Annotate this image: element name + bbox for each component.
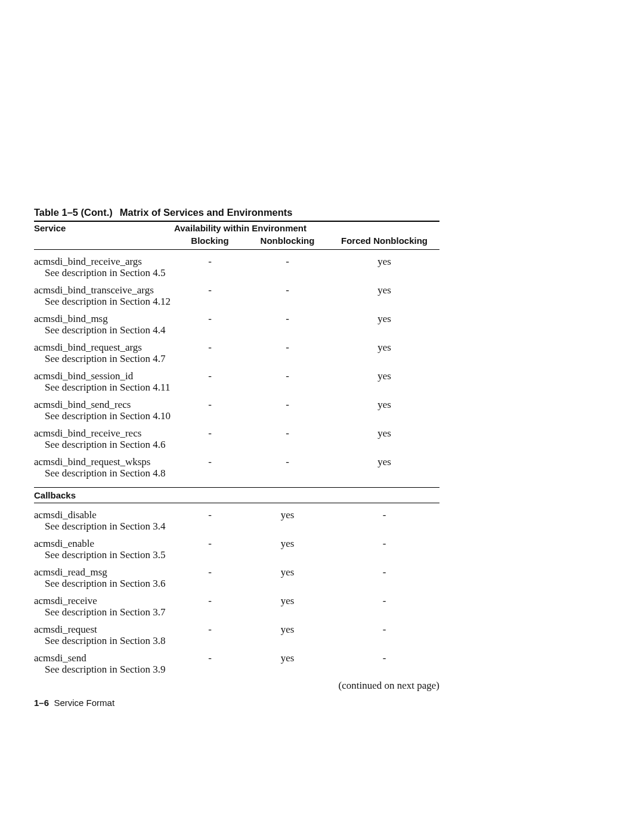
- cell-nonblocking: -: [246, 456, 329, 467]
- table-row: acmsdi_bind_session_idSee description in…: [34, 370, 439, 393]
- cell-blocking: -: [174, 370, 246, 382]
- continued-note: (continued on next page): [34, 680, 439, 692]
- service-name: acmsdi_enable: [34, 538, 174, 549]
- service-name: acmsdi_read_msg: [34, 566, 174, 578]
- cell-blocking: -: [174, 456, 246, 467]
- cell-nonblocking: -: [246, 399, 329, 410]
- page-number: 1–6: [34, 698, 49, 708]
- cell-nonblocking: yes: [246, 652, 329, 664]
- header-forced: Forced Nonblocking: [329, 236, 439, 246]
- cell-forced: yes: [329, 399, 439, 410]
- table-row: acmsdi_sendSee description in Section 3.…: [34, 652, 439, 675]
- table-title-main: Matrix of Services and Environments: [120, 207, 293, 218]
- service-desc: See description in Section 4.12: [34, 296, 174, 307]
- cell-blocking: -: [174, 256, 246, 267]
- table-row: acmsdi_receiveSee description in Section…: [34, 595, 439, 618]
- table-row: acmsdi_bind_request_wkspsSee description…: [34, 456, 439, 479]
- cell-forced: yes: [329, 284, 439, 296]
- cell-forced: -: [329, 538, 439, 549]
- cell-nonblocking: -: [246, 342, 329, 353]
- cell-blocking: -: [174, 342, 246, 353]
- table-row: acmsdi_bind_transceive_argsSee descripti…: [34, 284, 439, 307]
- service-name: acmsdi_bind_send_recs: [34, 399, 174, 410]
- cell-forced: -: [329, 509, 439, 521]
- header-row-1: Service Availability within Environment: [34, 223, 439, 233]
- service-name: acmsdi_bind_receive_recs: [34, 428, 174, 439]
- rule-header: [34, 249, 439, 250]
- service-name: acmsdi_send: [34, 652, 174, 664]
- page-footer: 1–6 Service Format: [34, 698, 114, 708]
- service-desc: See description in Section 3.5: [34, 549, 174, 561]
- table-row: acmsdi_bind_msgSee description in Sectio…: [34, 313, 439, 336]
- cell-forced: yes: [329, 342, 439, 353]
- cell-blocking: -: [174, 509, 246, 521]
- table-row: acmsdi_requestSee description in Section…: [34, 624, 439, 646]
- cell-forced: yes: [329, 456, 439, 467]
- header-availability: Availability within Environment: [174, 223, 306, 233]
- cell-blocking: -: [174, 538, 246, 549]
- service-desc: See description in Section 4.10: [34, 410, 174, 422]
- cell-forced: -: [329, 566, 439, 578]
- cell-nonblocking: yes: [246, 538, 329, 549]
- cell-nonblocking: yes: [246, 595, 329, 606]
- table-row: acmsdi_read_msgSee description in Sectio…: [34, 566, 439, 589]
- cell-nonblocking: -: [246, 313, 329, 324]
- service-desc: See description in Section 4.8: [34, 467, 174, 479]
- table-title-prefix: Table 1–5 (Cont.): [34, 207, 113, 218]
- service-name: acmsdi_bind_receive_args: [34, 256, 174, 267]
- cell-forced: yes: [329, 313, 439, 324]
- rule-section: [34, 487, 439, 488]
- service-name: acmsdi_bind_session_id: [34, 370, 174, 382]
- cell-nonblocking: -: [246, 284, 329, 296]
- cell-nonblocking: -: [246, 370, 329, 382]
- header-service: Service: [34, 223, 174, 233]
- service-desc: See description in Section 4.7: [34, 353, 174, 364]
- service-name: acmsdi_bind_transceive_args: [34, 284, 174, 296]
- rule-section2: [34, 503, 439, 503]
- cell-forced: -: [329, 624, 439, 635]
- cell-forced: -: [329, 595, 439, 606]
- cell-nonblocking: yes: [246, 509, 329, 521]
- cell-nonblocking: yes: [246, 566, 329, 578]
- cell-blocking: -: [174, 652, 246, 664]
- service-name: acmsdi_bind_request_args: [34, 342, 174, 353]
- service-desc: See description in Section 3.6: [34, 578, 174, 589]
- cell-blocking: -: [174, 566, 246, 578]
- service-name: acmsdi_disable: [34, 509, 174, 521]
- service-name: acmsdi_bind_request_wksps: [34, 456, 174, 467]
- cell-nonblocking: -: [246, 428, 329, 439]
- cell-blocking: -: [174, 428, 246, 439]
- service-desc: See description in Section 3.9: [34, 664, 174, 675]
- table-title: Table 1–5 (Cont.)Matrix of Services and …: [34, 207, 439, 218]
- header-row-2: Blocking Nonblocking Forced Nonblocking: [34, 236, 439, 246]
- cell-blocking: -: [174, 399, 246, 410]
- service-name: acmsdi_request: [34, 624, 174, 635]
- cell-forced: yes: [329, 256, 439, 267]
- section2-rows: acmsdi_disableSee description in Section…: [34, 509, 439, 675]
- service-desc: See description in Section 3.8: [34, 635, 174, 646]
- cell-nonblocking: yes: [246, 624, 329, 635]
- table-row: acmsdi_bind_send_recsSee description in …: [34, 399, 439, 422]
- service-desc: See description in Section 4.4: [34, 324, 174, 336]
- cell-forced: -: [329, 652, 439, 664]
- header-blocking: Blocking: [174, 236, 246, 246]
- cell-forced: yes: [329, 428, 439, 439]
- cell-forced: yes: [329, 370, 439, 382]
- service-desc: See description in Section 4.11: [34, 382, 174, 393]
- cell-blocking: -: [174, 284, 246, 296]
- service-name: acmsdi_receive: [34, 595, 174, 606]
- cell-nonblocking: -: [246, 256, 329, 267]
- table-container: Table 1–5 (Cont.)Matrix of Services and …: [34, 207, 439, 692]
- footer-section-title: Service Format: [54, 698, 114, 708]
- table-row: acmsdi_disableSee description in Section…: [34, 509, 439, 532]
- cell-blocking: -: [174, 624, 246, 635]
- rule-top: [34, 221, 439, 222]
- table-row: acmsdi_bind_receive_recsSee description …: [34, 428, 439, 450]
- cell-blocking: -: [174, 313, 246, 324]
- table-row: acmsdi_bind_receive_argsSee description …: [34, 256, 439, 278]
- service-desc: See description in Section 4.5: [34, 267, 174, 278]
- service-name: acmsdi_bind_msg: [34, 313, 174, 324]
- table-row: acmsdi_enableSee description in Section …: [34, 538, 439, 561]
- cell-blocking: -: [174, 595, 246, 606]
- table-row: acmsdi_bind_request_argsSee description …: [34, 342, 439, 364]
